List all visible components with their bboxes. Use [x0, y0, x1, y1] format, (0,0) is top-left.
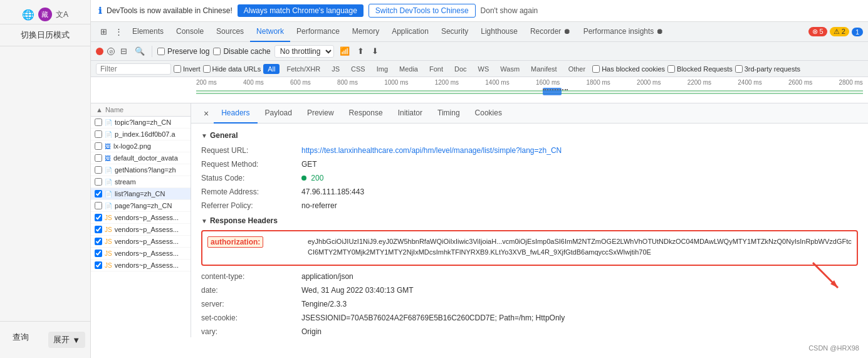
match-language-button[interactable]: Always match Chrome's language	[238, 4, 363, 17]
file-icon: 🖼	[105, 143, 111, 150]
filter-type-media[interactable]: Media	[395, 64, 422, 74]
request-url-link[interactable]: https://test.lanxinhealthcare.com/api/hm…	[301, 146, 562, 155]
file-name: lx-logo2.png	[113, 142, 151, 150]
request-url-value: https://test.lanxinhealthcare.com/api/hm…	[301, 145, 562, 156]
filter-icon[interactable]: ⊟	[118, 46, 129, 56]
file-item-12[interactable]: JS vendors~p_Assess...	[91, 260, 191, 271]
tab-lighthouse[interactable]: Lighthouse	[474, 22, 524, 42]
filter-type-img[interactable]: Img	[372, 64, 392, 74]
main-content: ▲ Name 📄 topic?lang=zh_CN 📄 p_index.16df…	[91, 103, 868, 337]
search-button[interactable]: 查询	[5, 327, 36, 348]
search-icon[interactable]: 🔍	[133, 46, 147, 56]
tab-console[interactable]: Console	[170, 22, 210, 42]
sub-tab-payload[interactable]: Payload	[258, 103, 300, 124]
file-list: ▲ Name 📄 topic?lang=zh_CN 📄 p_index.16df…	[91, 103, 191, 337]
filter-type-doc[interactable]: Doc	[450, 64, 471, 74]
dont-show-button[interactable]: Don't show again	[481, 6, 538, 15]
tab-performance[interactable]: Performance	[290, 22, 346, 42]
status-dot	[301, 176, 306, 181]
request-method-value: GET	[301, 159, 317, 170]
request-url-row: Request URL: https://test.lanxinhealthca…	[201, 145, 858, 156]
tab-network[interactable]: Network	[250, 22, 290, 42]
timeline-label-200: 200 ms	[196, 79, 217, 86]
file-item-6[interactable]: 📄 list?lang=zh_CN	[91, 188, 191, 200]
general-section-header[interactable]: ▼ General	[201, 131, 858, 140]
file-item-3[interactable]: 🖼 default_doctor_avata	[91, 152, 191, 164]
sub-tab-cookies[interactable]: Cookies	[468, 103, 510, 124]
server-row: server: Tengine/2.3.3	[201, 298, 858, 310]
authorization-label: authorization:	[207, 236, 308, 248]
file-name: page?lang=zh_CN	[115, 202, 172, 209]
more-tools-icon[interactable]: ⋮	[111, 24, 126, 39]
lang-icon[interactable]: 文A	[56, 9, 68, 20]
throttling-select[interactable]: No throttling	[275, 45, 334, 58]
blocked-requests-checkbox[interactable]: Blocked Requests	[667, 65, 733, 73]
calendar-mode-btn[interactable]: 切换日历模式	[21, 30, 70, 39]
tab-recorder[interactable]: Recorder ⏺	[524, 22, 577, 42]
file-item-5[interactable]: 📄 stream	[91, 176, 191, 188]
file-icon: 📄	[105, 119, 112, 126]
sub-tab-response[interactable]: Response	[342, 103, 390, 124]
file-icon: JS	[105, 250, 112, 257]
file-name: list?lang=zh_CN	[115, 190, 165, 197]
auth-highlight: authorization:	[207, 236, 263, 248]
filter-type-all[interactable]: All	[263, 64, 280, 74]
sort-icon[interactable]: ▲	[96, 106, 103, 113]
user-avatar: 藏	[38, 8, 52, 21]
file-item-7[interactable]: 📄 page?lang=zh_CN	[91, 200, 191, 212]
disable-cache-checkbox[interactable]: Disable cache	[213, 47, 270, 56]
timeline-label-1200: 1200 ms	[435, 79, 459, 86]
timeline-label-600: 600 ms	[290, 79, 311, 86]
remote-address-row: Remote Address: 47.96.111.185:443	[201, 186, 858, 197]
set-cookie-label: set-cookie:	[201, 312, 301, 324]
response-headers-section-header[interactable]: ▼ Response Headers	[201, 216, 858, 225]
file-item-4[interactable]: 📄 getNations?lang=zh	[91, 164, 191, 176]
file-icon: JS	[105, 226, 112, 233]
sub-tab-timing[interactable]: Timing	[430, 103, 468, 124]
record-button[interactable]	[96, 48, 103, 55]
filter-type-manifest[interactable]: Manifest	[526, 64, 562, 74]
file-item-11[interactable]: JS vendors~p_Assess...	[91, 248, 191, 260]
tab-elements[interactable]: Elements	[126, 22, 170, 42]
file-item-8[interactable]: JS vendors~p_Assess...	[91, 212, 191, 224]
stop-recording-button[interactable]: ⊘	[107, 48, 115, 55]
tab-security[interactable]: Security	[435, 22, 474, 42]
close-tab-button[interactable]: ×	[199, 103, 214, 124]
timeline-bar: 200 ms 400 ms 600 ms 800 ms 1000 ms 1200…	[91, 77, 868, 103]
filter-input[interactable]	[96, 63, 171, 75]
file-item-0[interactable]: 📄 topic?lang=zh_CN	[91, 117, 191, 129]
file-icon: JS	[105, 214, 112, 221]
preserve-log-checkbox[interactable]: Preserve log	[157, 47, 209, 56]
sub-tab-preview[interactable]: Preview	[300, 103, 342, 124]
filter-type-fetch-xhr[interactable]: Fetch/XHR	[282, 64, 325, 74]
sub-tab-headers[interactable]: Headers	[214, 103, 257, 124]
file-item-1[interactable]: 📄 p_index.16df0b07.a	[91, 129, 191, 140]
switch-devtools-button[interactable]: Switch DevTools to Chinese	[369, 4, 476, 18]
vary-label: vary:	[201, 326, 301, 337]
filter-type-wasm[interactable]: Wasm	[496, 64, 524, 74]
date-label: date:	[201, 285, 301, 296]
filter-type-css[interactable]: CSS	[347, 64, 370, 74]
expand-button[interactable]: 展开 ▼	[48, 332, 85, 348]
tab-memory[interactable]: Memory	[346, 22, 385, 42]
filter-type-other[interactable]: Other	[564, 64, 590, 74]
filter-type-js[interactable]: JS	[327, 64, 344, 74]
upload-icon[interactable]: ⬆	[355, 46, 366, 56]
file-item-2[interactable]: 🖼 lx-logo2.png	[91, 140, 191, 152]
filter-type-ws[interactable]: WS	[474, 64, 494, 74]
dock-icon[interactable]: ⊞	[96, 24, 111, 39]
file-item-9[interactable]: JS vendors~p_Assess...	[91, 224, 191, 236]
third-party-requests-checkbox[interactable]: 3rd-party requests	[735, 65, 800, 73]
file-item-10[interactable]: JS vendors~p_Assess...	[91, 236, 191, 248]
tab-sources[interactable]: Sources	[210, 22, 250, 42]
filter-type-font[interactable]: Font	[425, 64, 447, 74]
tab-performance-insights[interactable]: Performance insights ⏺	[577, 22, 670, 42]
invert-checkbox[interactable]: Invert	[174, 65, 201, 73]
wifi-icon[interactable]: 📶	[338, 46, 352, 56]
has-blocked-cookies-checkbox[interactable]: Has blocked cookies	[592, 65, 665, 73]
left-sidebar: 🌐 藏 文A 切换日历模式 查询 展开 ▼	[0, 0, 91, 358]
download-icon[interactable]: ⬇	[370, 46, 380, 56]
tab-application[interactable]: Application	[385, 22, 435, 42]
sub-tab-initiator[interactable]: Initiator	[390, 103, 430, 124]
hide-data-urls-checkbox[interactable]: Hide data URLs	[203, 65, 261, 73]
